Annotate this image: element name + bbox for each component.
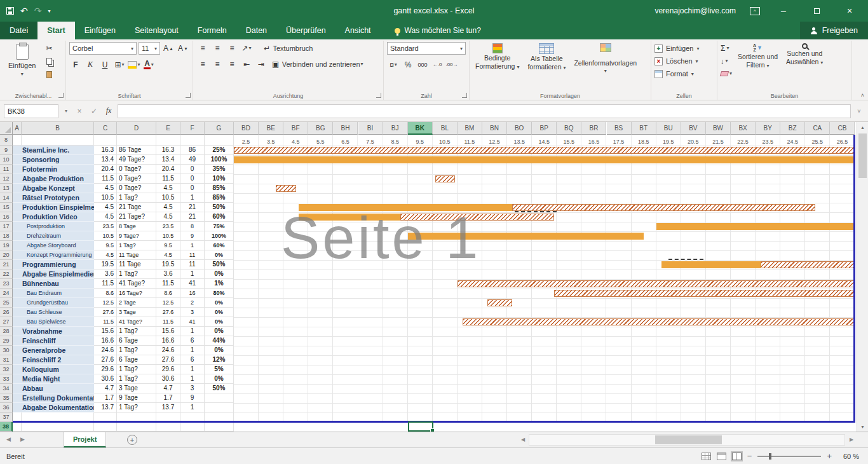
value-cell[interactable]: 1 Tag? xyxy=(117,270,156,279)
value-cell[interactable]: 27.6 xyxy=(94,355,117,365)
delete-cells-button[interactable]: × Löschen ▾ xyxy=(654,55,714,67)
row-header-27[interactable]: 27 xyxy=(0,317,13,327)
date-cell[interactable]: 20.5 xyxy=(681,135,706,146)
value-cell[interactable]: 41 Tage? xyxy=(117,279,156,289)
value-cell[interactable]: 19.5 xyxy=(156,260,180,270)
zoom-out-button[interactable]: − xyxy=(747,451,752,461)
value-cell[interactable]: 11.5 xyxy=(156,279,180,289)
save-icon[interactable] xyxy=(6,7,14,15)
column-header-BM[interactable]: BM xyxy=(458,122,482,135)
align-center-button[interactable]: ≡ xyxy=(211,58,224,70)
column-header-BJ[interactable]: BJ xyxy=(383,122,408,135)
value-cell[interactable]: 1 xyxy=(180,374,205,384)
row-header-14[interactable]: 14 xyxy=(0,193,13,203)
zoom-slider[interactable] xyxy=(757,456,821,457)
value-cell[interactable]: 60% xyxy=(205,241,234,250)
task-name-cell[interactable]: Abgabe Konzept xyxy=(13,184,94,193)
underline-button[interactable]: U xyxy=(98,58,111,71)
value-cell[interactable]: 4.5 xyxy=(156,184,180,193)
row-header-28[interactable]: 28 xyxy=(0,327,13,336)
undo-button[interactable]: ↶ xyxy=(20,6,28,16)
date-cell[interactable]: 22.5 xyxy=(731,135,756,146)
column-header-CA[interactable]: CA xyxy=(805,122,830,135)
value-cell[interactable]: 0% xyxy=(205,308,234,317)
page-break-preview-button[interactable] xyxy=(732,453,742,460)
date-cell[interactable]: 2.5 xyxy=(234,135,259,146)
value-cell[interactable]: 21 Tage xyxy=(117,203,156,212)
value-cell[interactable]: 23.5 xyxy=(156,222,180,231)
vertical-scrollbar[interactable]: ▲ ▼ xyxy=(857,122,868,432)
row-header-38[interactable]: 38 xyxy=(0,422,13,432)
sheet-nav-left-icon[interactable]: ◀ xyxy=(6,436,11,442)
value-cell[interactable]: 16.6 xyxy=(156,336,180,346)
task-name-cell[interactable]: Feinschliff 2 xyxy=(13,355,94,365)
value-cell[interactable]: 20.4 xyxy=(156,165,180,174)
date-cell[interactable]: 15.5 xyxy=(557,135,581,146)
column-header-BW[interactable]: BW xyxy=(706,122,731,135)
value-cell[interactable]: 0 Tage? xyxy=(117,174,156,184)
value-cell[interactable]: 1 xyxy=(180,346,205,355)
enter-formula-icon[interactable]: ✓ xyxy=(88,107,100,116)
column-header-BO[interactable]: BO xyxy=(507,122,532,135)
value-cell[interactable]: 15.6 xyxy=(156,327,180,336)
task-name-cell[interactable]: Konzept Programmierung xyxy=(13,250,94,260)
empty-cell[interactable] xyxy=(205,422,234,432)
empty-cell[interactable] xyxy=(94,135,117,146)
copy-button[interactable] xyxy=(43,55,55,67)
row-header-17[interactable]: 17 xyxy=(0,222,13,231)
row-header-25[interactable]: 25 xyxy=(0,298,13,308)
value-cell[interactable]: 1 xyxy=(180,193,205,203)
value-cell[interactable]: 12% xyxy=(205,355,234,365)
value-cell[interactable]: 9 Tage xyxy=(117,393,156,403)
expand-formula-bar-icon[interactable]: ˅ xyxy=(854,108,864,114)
value-cell[interactable] xyxy=(205,393,234,403)
insert-cells-button[interactable]: + Einfügen ▾ xyxy=(654,42,714,55)
value-cell[interactable]: 8.6 xyxy=(94,289,117,298)
value-cell[interactable]: 44% xyxy=(205,336,234,346)
font-color-button[interactable]: A▾ xyxy=(142,58,155,71)
value-cell[interactable]: 3 xyxy=(180,384,205,393)
value-cell[interactable]: 6 Tage xyxy=(117,336,156,346)
align-top-button[interactable]: ≡ xyxy=(196,42,209,54)
value-cell[interactable]: 4.5 xyxy=(94,203,117,212)
column-header-F[interactable]: F xyxy=(180,122,205,135)
row-header-9[interactable]: 9 xyxy=(0,146,13,155)
date-cell[interactable]: 23.5 xyxy=(756,135,780,146)
dialog-launcher-icon[interactable] xyxy=(462,93,467,98)
ribbon-tab-datei[interactable]: Datei xyxy=(0,22,37,39)
formula-input[interactable] xyxy=(118,104,851,118)
value-cell[interactable]: 3.6 xyxy=(94,270,117,279)
value-cell[interactable]: 0% xyxy=(205,250,234,260)
name-box[interactable]: BK38 xyxy=(4,104,58,118)
row-header-20[interactable]: 20 xyxy=(0,250,13,260)
paste-button[interactable]: Einfügen ▾ xyxy=(4,42,39,90)
row-header-16[interactable]: 16 xyxy=(0,212,13,222)
page-layout-view-button[interactable] xyxy=(717,453,726,460)
task-name-cell[interactable]: Produktion Einspielmedien xyxy=(13,203,94,212)
date-cell[interactable]: 8.5 xyxy=(383,135,408,146)
value-cell[interactable] xyxy=(205,403,234,413)
value-cell[interactable]: 16.3 xyxy=(156,146,180,155)
date-cell[interactable]: 21.5 xyxy=(706,135,731,146)
task-name-cell[interactable]: Bühnenbau xyxy=(13,279,94,289)
row-header-11[interactable]: 11 xyxy=(0,165,13,174)
value-cell[interactable]: 1 Tag? xyxy=(117,374,156,384)
value-cell[interactable]: 10.5 xyxy=(156,231,180,241)
task-name-cell[interactable]: Abbau xyxy=(13,384,94,393)
column-header-BY[interactable]: BY xyxy=(756,122,780,135)
value-cell[interactable]: 3.6 xyxy=(156,270,180,279)
autosum-button[interactable]: Σ▾ xyxy=(721,42,732,54)
date-cell[interactable]: 4.5 xyxy=(283,135,308,146)
maximize-button[interactable] xyxy=(807,6,826,16)
row-header-31[interactable]: 31 xyxy=(0,355,13,365)
value-cell[interactable]: 3 Tage xyxy=(117,384,156,393)
column-header-D[interactable]: D xyxy=(117,122,156,135)
value-cell[interactable]: 10.5 xyxy=(94,193,117,203)
task-name-cell[interactable]: Kolloquium xyxy=(13,365,94,374)
column-header-BX[interactable]: BX xyxy=(731,122,756,135)
value-cell[interactable]: 10% xyxy=(205,174,234,184)
date-cell[interactable]: 17.5 xyxy=(607,135,632,146)
row-header-18[interactable]: 18 xyxy=(0,231,13,241)
horizontal-scroll-thumb[interactable] xyxy=(655,435,722,444)
column-header-BI[interactable]: BI xyxy=(358,122,383,135)
